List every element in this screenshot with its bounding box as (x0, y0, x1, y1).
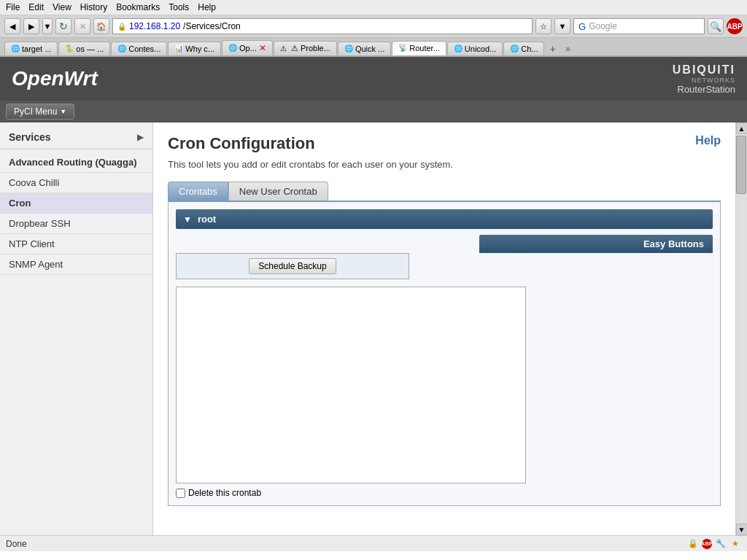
url-host: 192.168.1.20 (129, 21, 180, 31)
bookmark-star-button[interactable]: ☆ (535, 18, 551, 34)
easy-buttons-section: Easy Buttons Schedule Backup (176, 235, 713, 279)
abp-button[interactable]: ABP (727, 18, 743, 34)
browser-menu-bar: File Edit View History Bookmarks Tools H… (0, 0, 747, 15)
new-tab-button[interactable]: + (545, 42, 560, 55)
tab-favicon-7: 📡 (398, 44, 407, 52)
root-toggle-icon: ▼ (183, 214, 192, 225)
sidebar-title: Services (9, 131, 51, 143)
tab-favicon-4: 🌐 (228, 44, 237, 52)
url-path: /Services/Cron (183, 21, 241, 31)
easy-buttons-content: Schedule Backup (176, 253, 409, 279)
search-placeholder: Google (589, 21, 617, 31)
sidebar-item-ntp-client[interactable]: NTP Client (0, 234, 152, 254)
sidebar-item-coova-chilli[interactable]: Coova Chilli (0, 173, 152, 193)
dropdown-button[interactable]: ▼ (42, 18, 53, 34)
brand-networks: NETWORKS (673, 77, 735, 84)
url-bar[interactable]: 🔒 192.168.1.20 /Services/Cron (112, 18, 533, 34)
page-description: This tool lets you add or edit crontabs … (168, 159, 721, 170)
tab-favicon-6: 🌐 (344, 44, 353, 53)
menu-file[interactable]: File (6, 2, 20, 12)
menu-help[interactable]: Help (198, 2, 216, 12)
root-label: root (198, 214, 216, 225)
status-bar: Done 🔒 ABP 🔧 ★ (0, 535, 747, 551)
sidebar-item-advanced-routing[interactable]: Advanced Routing (Quagga) (0, 152, 152, 173)
scrollbar-track (736, 134, 747, 524)
menu-edit[interactable]: Edit (28, 2, 44, 12)
sidebar-expand-icon[interactable]: ▶ (137, 132, 144, 142)
search-button[interactable]: 🔍 (708, 18, 724, 34)
scrollbar-thumb[interactable] (736, 136, 746, 194)
delete-row: Delete this crontab (176, 488, 713, 498)
app-header: OpenWrt UBIQUITI NETWORKS RouterStation (0, 57, 747, 101)
url-dropdown-button[interactable]: ▼ (554, 18, 570, 34)
forward-button[interactable]: ▶ (23, 18, 39, 34)
menu-bookmarks[interactable]: Bookmarks (116, 2, 160, 12)
browser-tab-9[interactable]: 🌐 Ch... (503, 42, 544, 55)
back-button[interactable]: ◀ (4, 18, 20, 34)
status-text: Done (6, 539, 27, 549)
tab-crontabs[interactable]: Crontabs (168, 182, 228, 201)
main-content: Cron Configuration Help This tool lets y… (153, 122, 735, 535)
page-title: Cron Configuration (168, 134, 315, 153)
star-status-icon: ★ (729, 538, 741, 550)
tab-favicon-3: 📊 (174, 44, 183, 53)
content-tabs: Crontabs New User Crontab (168, 182, 721, 201)
tab-favicon-1: 🐍 (65, 44, 74, 53)
menu-tools[interactable]: Tools (169, 2, 189, 12)
search-bar[interactable]: G Google (573, 18, 705, 34)
search-engine-icon: G (578, 21, 586, 32)
schedule-backup-button[interactable]: Schedule Backup (249, 258, 336, 274)
browser-tab-4[interactable]: 🌐 Op... ✕ (222, 40, 273, 55)
browser-tab-3[interactable]: 📊 Why c... (168, 42, 221, 55)
app-title: OpenWrt (12, 67, 98, 90)
sidebar-item-cron[interactable]: Cron (0, 193, 152, 214)
pycimenu-button[interactable]: PyCI Menu (6, 104, 74, 120)
tools-status-icon: 🔧 (715, 538, 727, 550)
refresh-button[interactable]: ↻ (55, 18, 71, 34)
browser-tab-6[interactable]: 🌐 Quick ... (338, 42, 391, 55)
easy-buttons-bar: Easy Buttons (479, 235, 713, 253)
menu-view[interactable]: View (53, 2, 71, 12)
scrollbar: ▲ ▼ (735, 122, 747, 535)
tab-favicon-0: 🌐 (11, 44, 20, 53)
delete-crontab-checkbox[interactable] (176, 489, 185, 498)
tab-overflow-button[interactable]: » (560, 42, 575, 55)
stop-button[interactable]: ✕ (74, 18, 90, 34)
tab-new-user-crontab[interactable]: New User Crontab (228, 182, 328, 201)
home-button[interactable]: 🏠 (93, 18, 109, 34)
url-security-icon: 🔒 (117, 23, 126, 31)
app-menu-bar: PyCI Menu (0, 101, 747, 122)
brand-logo: UBIQUITI NETWORKS RouterStation (673, 63, 735, 95)
sidebar-item-snmp-agent[interactable]: SNMP Agent (0, 254, 152, 275)
help-link[interactable]: Help (695, 134, 721, 147)
browser-tab-8[interactable]: 🌐 Unicod... (447, 42, 503, 55)
crontab-editor[interactable] (176, 287, 526, 483)
tab-favicon-8: 🌐 (454, 44, 462, 53)
tab-close-4[interactable]: ✕ (259, 43, 266, 53)
lock-status-icon: 🔒 (687, 538, 699, 550)
scrollbar-down[interactable]: ▼ (736, 524, 748, 535)
tab-favicon-9: 🌐 (510, 44, 519, 53)
tab-content-panel: ▼ root Easy Buttons Schedule Backup Dele… (168, 201, 721, 506)
menu-history[interactable]: History (80, 2, 107, 12)
status-icons: 🔒 ABP 🔧 ★ (687, 538, 741, 550)
browser-tab-5[interactable]: ⚠ ⚠ Proble... (274, 41, 337, 55)
browser-tab-0[interactable]: 🌐 target ... (4, 42, 58, 55)
sidebar-header: Services ▶ (0, 128, 152, 149)
delete-crontab-label: Delete this crontab (188, 488, 261, 498)
sidebar-item-dropbear-ssh[interactable]: Dropbear SSH (0, 214, 152, 234)
abp-status-icon: ABP (702, 539, 712, 549)
tab-favicon-2: 🌐 (117, 44, 126, 53)
browser-tab-1[interactable]: 🐍 os — ... (58, 42, 110, 55)
browser-tab-7[interactable]: 📡 Router... (392, 41, 446, 55)
browser-tab-2[interactable]: 🌐 Contes... (111, 42, 167, 55)
tabs-bar: 🌐 target ... 🐍 os — ... 🌐 Contes... 📊 Wh… (0, 38, 747, 57)
scrollbar-up[interactable]: ▲ (736, 122, 748, 134)
nav-bar: ◀ ▶ ▼ ↻ ✕ 🏠 🔒 192.168.1.20 /Services/Cro… (0, 15, 747, 38)
content-header: Cron Configuration Help (168, 134, 721, 153)
root-section-header[interactable]: ▼ root (176, 209, 713, 229)
tab-favicon-5: ⚠ (280, 44, 289, 53)
brand-name: UBIQUITI (673, 63, 735, 77)
sidebar: Services ▶ Advanced Routing (Quagga) Coo… (0, 122, 153, 535)
brand-model: RouterStation (673, 84, 735, 95)
